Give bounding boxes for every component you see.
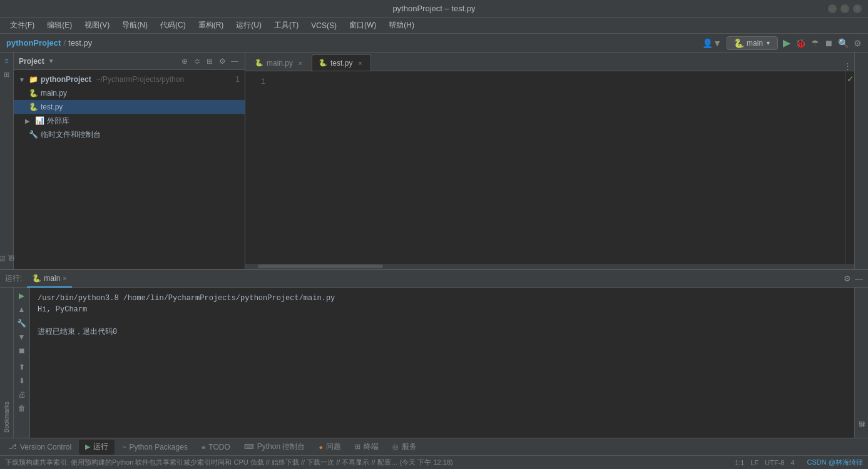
run-icon[interactable]: ▶ [783,37,790,49]
menu-item-nav[interactable]: 导航(N) [117,18,153,33]
tree-item-ext-lib[interactable]: ▶ 📊 外部库 [14,114,245,128]
search-icon[interactable]: 🔍 [838,38,849,48]
menu-item-code[interactable]: 代码(C) [155,18,191,33]
menu-item-edit[interactable]: 编辑(E) [42,18,77,33]
project-name[interactable]: pythonProject [6,38,61,48]
menu-item-file[interactable]: 文件(F) [5,18,39,33]
ext-lib-label: 外部库 [47,116,69,126]
coverage-icon[interactable]: ☂ [811,38,819,48]
tree-item-temp[interactable]: 🔧 临时文件和控制台 [14,128,245,141]
tab-main-py[interactable]: 🐍 main.py × [248,54,312,71]
run-output: /usr/bin/python3.8 /home/lin/PycharmProj… [30,288,854,438]
bookmarks-sidebar-container: Bookmarks [0,288,14,438]
python-packages-label: Python Packages [129,443,187,451]
tree-item-root[interactable]: ▼ 📁 pythonProject ~/PycharmProjects/pyth… [14,73,245,86]
run-down-btn[interactable]: ▼ [16,331,28,343]
breadcrumb-file[interactable]: test.py [68,38,92,48]
menu-bar: 文件(F) 编辑(E) 视图(V) 导航(N) 代码(C) 重构(R) 运行(U… [0,18,868,34]
position-indicator[interactable]: 1:1 [735,459,744,466]
run-print-btn[interactable]: 🖨 [16,389,28,400]
run-wrench-btn[interactable]: 🔧 [16,318,28,329]
run-trash-btn[interactable]: 🗑 [16,403,28,414]
run-tab-icon: 🐍 [32,274,41,283]
minimize-panel-btn[interactable]: — [855,274,863,283]
editor-area: 🐍 main.py × 🐍 test.py × ⋮ 1 [245,53,854,269]
footer-tab-python-packages[interactable]: ~ Python Packages [116,440,194,455]
stop-icon[interactable]: ⏹ [824,38,833,48]
close-run-tab-icon[interactable]: × [63,275,66,282]
ext-lib-icon: 📊 [35,116,44,125]
run-scroll-top-btn[interactable]: ⬆ [16,361,28,373]
scrollbar-thumb[interactable] [258,265,383,268]
footer-tab-python-console[interactable]: ⌨ Python 控制台 [238,440,312,455]
add-icon[interactable]: ⊕ [180,56,190,66]
indent-indicator[interactable]: 4 [790,459,794,466]
terminal-label: 终端 [364,441,379,452]
window-controls[interactable]: — □ × [828,4,862,13]
sidebar-toggle-1[interactable]: ≡ [1,55,13,66]
settings-icon[interactable]: ⚙ [854,38,862,48]
run-stop-btn[interactable]: ⏹ [16,345,28,356]
menu-item-view[interactable]: 视图(V) [79,18,115,33]
tab-test-py[interactable]: 🐍 test.py × [312,54,371,71]
footer-tab-version-control[interactable]: ⎇ Version Control [3,440,78,455]
menu-item-refactor[interactable]: 重构(R) [193,18,229,33]
problems-label: 问题 [326,441,341,452]
tree-item-test-py[interactable]: 🐍 test.py [14,100,245,114]
menu-item-window[interactable]: 窗口(W) [344,18,381,33]
footer-tabs: ⎇ Version Control ▶ 运行 ~ Python Packages… [0,438,868,455]
tree-item-main-py[interactable]: 🐍 main.py [14,86,245,100]
run-play-btn[interactable]: ▶ [16,290,28,301]
expand-arrow-icon: ▼ [19,76,26,83]
close-tab-icon-2[interactable]: × [355,59,364,68]
line-count-badge: 1 [235,75,240,84]
line-ending-indicator[interactable]: LF [750,459,758,466]
tab-icon-main: 🐍 [255,59,263,67]
menu-item-run[interactable]: 运行(U) [231,18,267,33]
test-py-label: test.py [41,103,63,111]
run-output-line-3 [38,315,847,326]
run-up-btn[interactable]: ▲ [16,304,28,315]
gear-panel-icon[interactable]: ⚙ [844,274,851,283]
more-tabs-icon[interactable]: ⋮ [844,61,852,71]
sidebar-toggle-2[interactable]: ⊞ [1,69,13,80]
breadcrumb-separator: / [63,38,66,48]
encoding-indicator[interactable]: UTF-8 [765,459,784,466]
panel-actions: ⊕ ≎ ⊞ ⚙ — [180,56,240,66]
python-file-icon: 🐍 [29,89,38,98]
maximize-btn[interactable]: □ [840,4,849,13]
menu-item-tools[interactable]: 工具(T) [269,18,304,33]
run-left-toolbar: ▶ ▲ 🔧 ▼ ⏹ ⬆ ⬇ 🖨 🗑 [14,288,30,438]
close-btn[interactable]: × [853,4,862,13]
footer-tab-terminal[interactable]: ⊞ 终端 [349,440,385,455]
project-label: Project [19,57,44,66]
footer-tab-run[interactable]: ▶ 运行 [79,440,115,455]
menu-item-help[interactable]: 帮助(H) [384,18,419,33]
footer-tab-services[interactable]: ◎ 服务 [386,440,423,455]
close-tab-icon[interactable]: × [296,59,305,68]
status-message: 下载预构建共享索引: 使用预构建的Python 软件包共享索引减少索引时间和 C… [5,458,732,467]
file-tree: ▼ 📁 pythonProject ~/PycharmProjects/pyth… [14,70,245,269]
footer-tab-problems[interactable]: ● 问题 [312,440,347,455]
menu-item-vcs[interactable]: VCS(S) [306,19,342,32]
right-edge-sidebar [854,53,868,269]
debug-icon[interactable]: 🐞 [795,38,806,48]
locate-icon[interactable]: ≎ [192,56,202,66]
folder-icon: 📁 [29,75,38,84]
expand-icon[interactable]: ⊞ [205,56,215,66]
code-editor[interactable]: 1 [245,71,845,264]
code-content[interactable] [245,71,845,264]
line-numbers: 1 [245,71,270,93]
run-scroll-bottom-btn[interactable]: ⬇ [16,375,28,386]
minimize-panel-icon[interactable]: — [230,56,240,66]
project-panel: Project ▼ ⊕ ≎ ⊞ ⚙ — ▼ 📁 pythonProject ~/… [14,53,245,269]
user-icon[interactable]: 👤▼ [702,38,722,48]
minimize-btn[interactable]: — [828,4,837,13]
run-config-btn[interactable]: 🐍 main ▼ [727,36,778,50]
horizontal-scrollbar[interactable] [245,264,854,269]
footer-tab-todo[interactable]: ≡ TODO [195,440,237,455]
problems-icon: ● [319,443,323,451]
gear-icon[interactable]: ⚙ [217,56,227,66]
run-tab[interactable]: 🐍 main × [27,270,71,288]
root-path: ~/PycharmProjects/python [96,75,184,84]
